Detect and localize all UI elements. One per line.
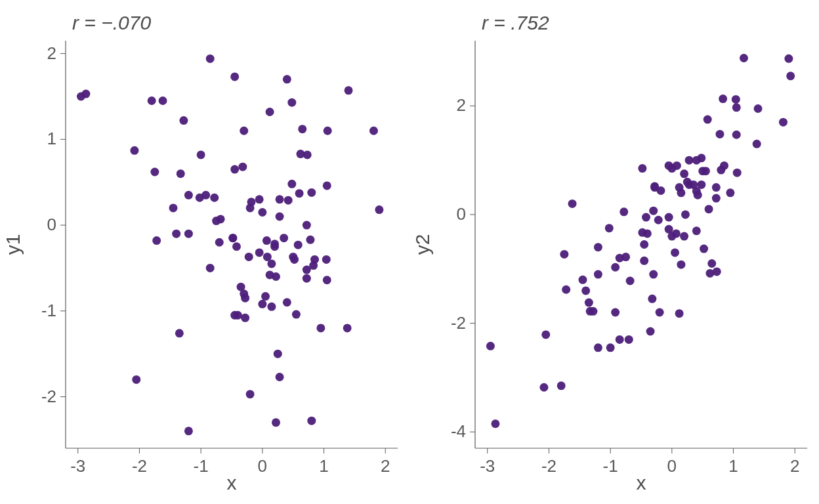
y-tick-label: 0	[457, 204, 466, 224]
data-point	[258, 208, 266, 217]
data-point	[287, 98, 296, 107]
plot-area	[66, 41, 398, 448]
data-point	[671, 248, 679, 257]
data-point	[585, 299, 593, 307]
data-point	[578, 276, 587, 284]
data-point	[675, 309, 684, 318]
data-point	[130, 146, 138, 155]
data-point	[606, 343, 615, 352]
data-point	[206, 264, 215, 272]
data-point	[184, 191, 193, 200]
data-point	[779, 118, 788, 127]
y-axis-label: y2	[411, 234, 433, 255]
x-tick-label: 1	[728, 456, 738, 476]
data-point	[640, 240, 648, 249]
data-point	[560, 250, 568, 259]
data-point	[287, 180, 296, 188]
x-tick-label: -3	[70, 456, 85, 476]
data-point	[589, 307, 597, 316]
data-point	[486, 342, 495, 350]
data-point	[230, 72, 239, 81]
data-point	[267, 303, 276, 311]
data-point	[179, 116, 188, 125]
data-point	[184, 230, 193, 238]
data-point	[307, 188, 316, 197]
data-point	[732, 131, 741, 139]
x-tick-label: -1	[603, 456, 618, 476]
data-point	[568, 200, 577, 208]
data-point	[283, 75, 291, 83]
data-point	[201, 191, 210, 200]
data-point	[638, 164, 646, 173]
y-tick-label: 1	[47, 129, 56, 148]
data-point	[322, 255, 331, 264]
data-point	[148, 96, 156, 105]
data-point	[681, 210, 690, 219]
data-point	[605, 224, 614, 232]
data-point	[306, 236, 314, 244]
data-point	[680, 232, 688, 241]
y-tick-label: -1	[41, 301, 56, 320]
data-point	[295, 189, 304, 198]
data-point	[754, 104, 763, 113]
data-point	[715, 130, 724, 138]
data-point	[594, 243, 602, 251]
data-point	[343, 324, 352, 332]
data-point	[206, 54, 215, 63]
y-tick-label: -2	[41, 387, 56, 406]
data-point	[241, 314, 249, 322]
y-tick-label: -4	[451, 421, 466, 441]
data-point	[324, 127, 332, 135]
data-point	[175, 329, 184, 337]
data-point	[692, 226, 701, 235]
data-point	[704, 116, 712, 124]
data-point	[184, 427, 193, 435]
x-tick-label: 0	[667, 456, 677, 476]
data-point	[307, 417, 316, 425]
data-point	[81, 90, 90, 98]
data-point	[557, 381, 566, 390]
data-point	[753, 140, 761, 148]
data-point	[673, 161, 681, 170]
data-point	[132, 375, 140, 384]
data-point	[197, 150, 205, 159]
data-point	[255, 195, 264, 203]
data-point	[230, 165, 239, 174]
data-point	[677, 188, 685, 197]
data-point	[245, 253, 253, 261]
data-point	[680, 169, 688, 178]
data-point	[611, 263, 620, 272]
data-point	[323, 181, 331, 190]
data-point	[303, 150, 312, 159]
data-point	[215, 238, 224, 247]
data-point	[649, 270, 658, 279]
data-point	[258, 300, 266, 308]
y-tick-label: 0	[47, 215, 56, 234]
data-point	[150, 168, 159, 177]
data-point	[732, 95, 740, 104]
data-point	[241, 294, 249, 303]
data-point	[672, 229, 681, 238]
data-point	[677, 261, 685, 269]
data-point	[541, 330, 550, 339]
data-point	[255, 248, 264, 257]
data-point	[712, 183, 721, 192]
data-point	[581, 286, 590, 295]
data-point	[238, 163, 247, 171]
y-tick-label: 2	[47, 43, 56, 63]
chart-title: r = .752	[482, 12, 549, 33]
data-point	[272, 272, 280, 281]
data-point	[177, 169, 185, 178]
data-point	[303, 221, 311, 230]
data-point	[280, 234, 288, 242]
data-point	[786, 72, 795, 80]
data-point	[217, 215, 225, 223]
data-point	[697, 180, 705, 189]
data-point	[713, 267, 721, 276]
data-point	[685, 156, 694, 165]
data-point	[646, 327, 655, 335]
data-point	[375, 205, 383, 214]
data-point	[740, 54, 748, 62]
x-tick-label: -3	[480, 456, 495, 476]
data-point	[626, 276, 635, 285]
